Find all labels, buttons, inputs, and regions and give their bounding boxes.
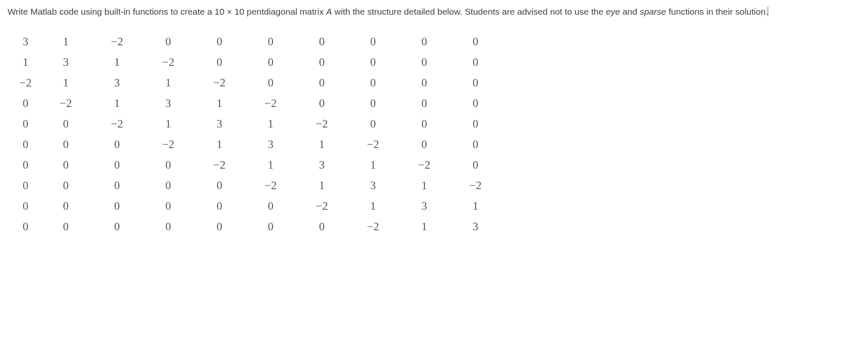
matrix-cell: 1 [194, 97, 245, 110]
matrix-cell: 0 [194, 56, 245, 69]
matrix-cell: 0 [194, 220, 245, 233]
matrix-cell: 0 [245, 35, 296, 48]
matrix-cell: 0 [40, 117, 92, 130]
matrix-cell: 0 [11, 138, 40, 151]
matrix-cell: −2 [348, 138, 399, 151]
matrix-cell: 0 [399, 138, 450, 151]
question-ital1: eye [606, 7, 620, 16]
question-part1: Write Matlab code using built-in functio… [8, 7, 326, 16]
matrix-cell: 1 [11, 56, 40, 69]
matrix-cell: 3 [348, 179, 399, 192]
matrix-cell: −2 [245, 179, 296, 192]
question-ital2: sparse [640, 7, 666, 16]
matrix-cell: 0 [194, 200, 245, 213]
matrix-cell: 3 [399, 200, 450, 213]
matrix-cell: 0 [11, 220, 40, 233]
matrix-cell: −2 [92, 117, 143, 130]
matrix-cell: 0 [399, 97, 450, 110]
text-cursor [768, 7, 768, 16]
matrix-cell: 0 [92, 159, 143, 172]
matrix-cell: 0 [143, 220, 194, 233]
matrix-cell: 0 [296, 220, 348, 233]
matrix-cell: −2 [40, 97, 92, 110]
matrix-cell: 0 [40, 159, 92, 172]
matrix-cell: 3 [296, 159, 348, 172]
question-var: A [326, 7, 332, 16]
matrix-cell: 0 [450, 76, 501, 89]
matrix-cell: 0 [40, 138, 92, 151]
matrix-row: −2131−200000 [11, 73, 860, 93]
matrix-cell: 0 [11, 97, 40, 110]
matrix-cell: −2 [296, 117, 348, 130]
matrix-cell: 1 [296, 138, 348, 151]
matrix-cell: 0 [296, 97, 348, 110]
matrix-cell: 0 [450, 35, 501, 48]
matrix-row: 000−2131−200 [11, 134, 860, 155]
matrix-cell: 0 [450, 159, 501, 172]
matrix-cell: 3 [11, 35, 40, 48]
matrix-cell: 1 [40, 76, 92, 89]
question-text: Write Matlab code using built-in functio… [8, 5, 860, 19]
matrix-cell: 3 [194, 117, 245, 130]
matrix-cell: 0 [296, 56, 348, 69]
matrix-cell: 1 [296, 179, 348, 192]
matrix-row: 000000−2131 [11, 196, 860, 216]
matrix-cell: −2 [245, 97, 296, 110]
matrix-cell: 0 [399, 117, 450, 130]
matrix-cell: 0 [194, 179, 245, 192]
matrix-cell: −2 [296, 200, 348, 213]
matrix-cell: 1 [399, 220, 450, 233]
matrix-cell: −2 [194, 159, 245, 172]
matrix-cell: 0 [11, 159, 40, 172]
matrix-cell: 1 [40, 35, 92, 48]
matrix-cell: 0 [143, 35, 194, 48]
matrix-row: 31−20000000 [11, 31, 860, 52]
matrix-cell: −2 [348, 220, 399, 233]
matrix-cell: 3 [143, 97, 194, 110]
matrix-row: 0000000−213 [11, 216, 860, 237]
matrix-row: 00−2131−2000 [11, 114, 860, 134]
matrix-cell: 3 [450, 220, 501, 233]
matrix-cell: 0 [11, 117, 40, 130]
matrix-cell: 0 [348, 76, 399, 89]
matrix-cell: 1 [143, 76, 194, 89]
question-part4: functions in their solution. [666, 7, 768, 16]
matrix-cell: 0 [40, 200, 92, 213]
matrix-cell: 0 [40, 179, 92, 192]
matrix-cell: 0 [245, 200, 296, 213]
matrix-cell: 0 [348, 97, 399, 110]
matrix-cell: −2 [450, 179, 501, 192]
matrix-cell: −2 [143, 56, 194, 69]
matrix-cell: 0 [143, 179, 194, 192]
matrix-cell: −2 [399, 159, 450, 172]
matrix-cell: 0 [11, 200, 40, 213]
matrix-row: 00000−2131−2 [11, 175, 860, 196]
matrix-cell: 0 [348, 117, 399, 130]
question-part2: with the structure detailed below. Stude… [332, 7, 606, 16]
matrix-cell: 0 [92, 179, 143, 192]
matrix-cell: 1 [92, 97, 143, 110]
matrix-cell: 0 [348, 35, 399, 48]
matrix-cell: 0 [348, 56, 399, 69]
matrix-cell: 1 [348, 159, 399, 172]
matrix-cell: 1 [194, 138, 245, 151]
matrix-cell: 0 [245, 76, 296, 89]
matrix-cell: 0 [450, 138, 501, 151]
matrix-cell: 0 [399, 76, 450, 89]
matrix-cell: 3 [40, 56, 92, 69]
matrix-cell: 3 [92, 76, 143, 89]
matrix-cell: 1 [92, 56, 143, 69]
question-part3: and [620, 7, 640, 16]
matrix-cell: 0 [450, 117, 501, 130]
matrix-cell: 0 [92, 200, 143, 213]
matrix-cell: 0 [450, 56, 501, 69]
matrix-row: 0−2131−20000 [11, 93, 860, 114]
matrix-cell: 0 [194, 35, 245, 48]
matrix-cell: 0 [92, 138, 143, 151]
matrix-cell: 1 [399, 179, 450, 192]
matrix-cell: −2 [143, 138, 194, 151]
matrix-cell: 0 [245, 56, 296, 69]
matrix-cell: 0 [296, 76, 348, 89]
matrix-cell: 1 [143, 117, 194, 130]
matrix-cell: 0 [143, 200, 194, 213]
